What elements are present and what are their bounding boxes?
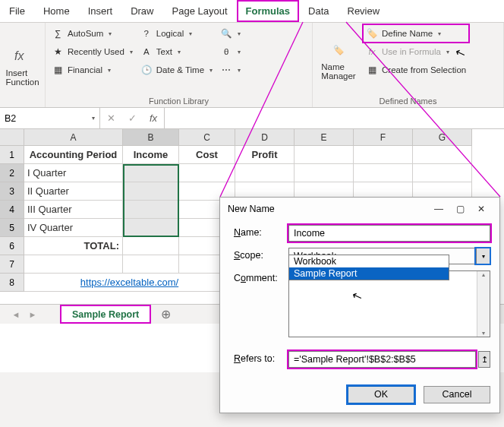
ribbon: fx InsertFunction ∑AutoSum▾ ★Recently Us…: [0, 23, 504, 108]
comment-textarea[interactable]: ▴▾: [288, 270, 490, 337]
text-icon: A: [140, 46, 153, 58]
cell-d1[interactable]: Profit: [235, 146, 295, 164]
maximize-button[interactable]: ▢: [449, 204, 471, 214]
cell-e1[interactable]: [295, 146, 354, 164]
col-b[interactable]: B: [123, 129, 179, 146]
tab-data[interactable]: Data: [299, 0, 338, 22]
cell-g1[interactable]: [413, 146, 472, 164]
name-box[interactable]: B2: [0, 108, 100, 128]
cell-b5[interactable]: [123, 219, 179, 237]
cell-a5[interactable]: IV Quarter: [24, 219, 123, 237]
create-from-selection-button[interactable]: ▦Create from Selection: [363, 61, 469, 79]
cell-c1[interactable]: Cost: [179, 146, 235, 164]
name-manager-label: NameManager: [321, 62, 355, 81]
datetime-button[interactable]: 🕒Date & Time▾: [137, 61, 216, 79]
row-2[interactable]: 2: [0, 164, 24, 182]
more-functions-button[interactable]: ⋯▾: [217, 61, 244, 79]
col-c[interactable]: C: [179, 129, 235, 146]
scrollbar[interactable]: ▴▾: [477, 271, 490, 337]
cell-d2[interactable]: [235, 164, 295, 182]
financial-button[interactable]: ▦Financial▾: [49, 61, 136, 79]
sheet-nav-next[interactable]: ►: [26, 310, 39, 319]
row-1[interactable]: 1: [0, 146, 24, 164]
chevron-down-icon: ▾: [238, 30, 241, 37]
cell-a2[interactable]: I Quarter: [24, 164, 123, 182]
sheet-nav-prev[interactable]: ◄: [9, 310, 23, 319]
col-f[interactable]: F: [354, 129, 413, 146]
clock-icon: 🕒: [140, 64, 153, 76]
row-4[interactable]: 4: [0, 201, 24, 219]
comment-label: Comment:: [234, 270, 288, 283]
scope-opt-workbook[interactable]: Workbook: [289, 255, 449, 267]
tab-draw[interactable]: Draw: [121, 0, 162, 22]
col-a[interactable]: A: [24, 129, 123, 146]
col-e[interactable]: E: [295, 129, 354, 146]
cell-b7[interactable]: [123, 255, 179, 274]
row-6[interactable]: 6: [0, 237, 24, 255]
chevron-down-icon: ▾: [130, 49, 133, 55]
cell-b2[interactable]: [123, 164, 179, 182]
cell-a4[interactable]: III Quarter: [24, 201, 123, 219]
cell-f1[interactable]: [354, 146, 413, 164]
tab-formulas[interactable]: Formulas: [237, 0, 300, 22]
recently-used-button[interactable]: ★Recently Used▾: [49, 43, 136, 61]
cell-c2[interactable]: [179, 164, 235, 182]
dialog-titlebar[interactable]: New Name — ▢ ✕: [220, 198, 499, 220]
tab-page-layout[interactable]: Page Layout: [163, 0, 237, 22]
insert-function-button[interactable]: fx InsertFunction: [3, 24, 42, 107]
ellipsis-icon: ⋯: [220, 64, 232, 76]
cell-a1[interactable]: Accounting Period: [24, 146, 123, 164]
minimize-button[interactable]: —: [428, 204, 449, 214]
cell-e2[interactable]: [295, 164, 354, 182]
cell-f2[interactable]: [354, 164, 413, 182]
row-8[interactable]: 8: [0, 274, 24, 292]
text-label: Text: [156, 47, 172, 56]
cell-b6[interactable]: [123, 237, 179, 255]
tag-icon: 🏷️: [328, 40, 349, 61]
tab-insert[interactable]: Insert: [79, 0, 122, 22]
ribbon-tabs: File Home Insert Draw Page Layout Formul…: [0, 0, 504, 23]
col-g[interactable]: G: [413, 129, 472, 146]
cell-b1[interactable]: Income: [123, 146, 179, 164]
cell-b4[interactable]: [123, 201, 179, 219]
cell-g2[interactable]: [413, 164, 472, 182]
tab-review[interactable]: Review: [339, 0, 389, 22]
close-button[interactable]: ✕: [471, 204, 492, 214]
row-7[interactable]: 7: [0, 255, 24, 274]
chevron-down-icon: ▾: [209, 67, 213, 74]
chevron-down-icon: ▾: [109, 30, 112, 37]
chevron-down-icon: ▾: [238, 49, 241, 55]
row-5[interactable]: 5: [0, 219, 24, 237]
define-name-button[interactable]: 🏷️Define Name▾: [363, 24, 469, 43]
ok-button[interactable]: OK: [348, 386, 414, 403]
name-manager-button[interactable]: 🏷️ NameManager: [316, 24, 361, 95]
text-button[interactable]: AText▾: [137, 43, 216, 61]
name-input[interactable]: [288, 225, 490, 242]
refers-input[interactable]: [288, 351, 476, 368]
select-all-corner[interactable]: [0, 129, 24, 146]
cell-a3[interactable]: II Quarter: [24, 182, 123, 201]
sheet-tab-active[interactable]: Sample Report: [61, 305, 150, 323]
cancel-button[interactable]: Cancel: [424, 386, 490, 403]
range-picker-button[interactable]: ↥: [478, 351, 490, 368]
cell-b3[interactable]: [123, 182, 179, 201]
tab-home[interactable]: Home: [34, 0, 79, 22]
row-3[interactable]: 3: [0, 182, 24, 201]
scope-opt-sample-report[interactable]: Sample Report: [289, 267, 449, 280]
math-trig-button[interactable]: θ▾: [217, 43, 244, 61]
cell-a6[interactable]: TOTAL:: [24, 237, 123, 255]
fx-button[interactable]: fx: [143, 112, 164, 124]
tab-file[interactable]: File: [0, 0, 34, 22]
col-d[interactable]: D: [235, 129, 295, 146]
new-sheet-button[interactable]: ⊕: [153, 307, 178, 321]
chevron-down-icon[interactable]: ▾: [476, 248, 490, 264]
formula-input[interactable]: [165, 108, 504, 128]
autosum-button[interactable]: ∑AutoSum▾: [49, 24, 136, 43]
logical-button[interactable]: ?Logical▾: [137, 24, 216, 43]
column-headers[interactable]: A B C D E F G: [24, 129, 504, 146]
cell-a7[interactable]: [24, 255, 123, 274]
chevron-down-icon: ▾: [446, 49, 449, 55]
lookup-ref-button[interactable]: 🔍▾: [217, 24, 244, 43]
row-headers[interactable]: 1 2 3 4 5 6 7 8: [0, 146, 24, 292]
cell-a8-merged[interactable]: https://exceltable.com/: [24, 274, 235, 292]
